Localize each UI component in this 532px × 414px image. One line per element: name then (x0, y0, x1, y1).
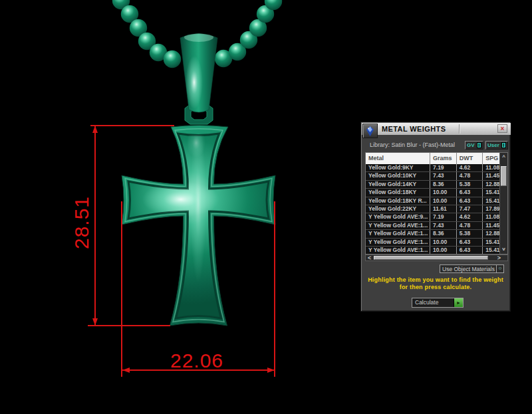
column-header-spg: SPG (483, 153, 499, 164)
column-header-metal: Metal (366, 153, 430, 164)
metal-weights-table: Metal Grams DWT SPG Yellow Gold:9KY7.194… (365, 152, 508, 255)
width-dimension-label: 22.06 (170, 350, 223, 372)
application-window: 28.51 22.06 METAL WEIGHTS × Library: Sat… (0, 0, 532, 414)
cell-dwt: 6.43 (457, 247, 483, 254)
instruction-text-line1: Highlight the item you want to find the … (361, 276, 510, 283)
titlebar-divider (459, 124, 460, 134)
cell-metal: Y Yellow Gold AVE:9... (366, 213, 430, 221)
height-dimension-label: 28.51 (70, 196, 93, 249)
instruction-text-line2: for then press calculate. (361, 284, 510, 290)
table-row[interactable]: Y Yellow Gold AVE:1...7.434.7811.45 (366, 222, 499, 230)
column-header-dwt: DWT (457, 153, 483, 164)
table-row[interactable]: Yellow Gold:10KY7.434.7811.45 (366, 172, 499, 180)
cell-metal: Yellow Gold:18KY R... (366, 197, 430, 205)
material-source-dropdown[interactable]: Use Object Materials ○ (440, 264, 504, 273)
table-row[interactable]: Yellow Gold:18KY R...10.006.4315.41 (366, 197, 499, 205)
cell-grams: 7.19 (430, 213, 457, 221)
cell-spg: 15.41 (483, 247, 499, 254)
bail-cone (180, 33, 217, 112)
table-header: Metal Grams DWT SPG (366, 153, 499, 164)
horizontal-scrollbar-thumb[interactable] (374, 256, 488, 260)
scroll-left-icon[interactable]: < (368, 255, 371, 260)
user-indicator: I (501, 142, 506, 148)
table-row[interactable]: Y Yellow Gold AVE:1...10.006.4315.41 (366, 239, 499, 247)
cell-spg: 12.88 (483, 230, 499, 237)
cross-pendant (122, 123, 275, 326)
vertical-scrollbar[interactable]: ^ v (499, 153, 507, 254)
cell-grams: 10.00 (430, 247, 457, 254)
cell-metal: Y Yellow Gold AVE:1... (366, 230, 430, 237)
calculate-play-icon[interactable]: ► (454, 298, 463, 307)
cell-grams: 8.36 (430, 181, 457, 188)
dialog-titlebar[interactable]: METAL WEIGHTS (362, 123, 511, 135)
cell-grams: 8.36 (430, 230, 457, 237)
dimension-line-vertical (94, 126, 96, 326)
table-row[interactable]: Yellow Gold:18KY10.006.4315.41 (366, 189, 499, 197)
cell-dwt: 4.78 (457, 172, 483, 179)
table-row[interactable]: Yellow Gold:9KY7.194.6211.08 (366, 164, 499, 172)
column-header-grams: Grams (430, 153, 457, 164)
table-body: Yellow Gold:9KY7.194.6211.08Yellow Gold:… (366, 164, 499, 254)
table-row[interactable]: Yellow Gold:22KY11.617.4717.89 (366, 205, 499, 213)
gv-button-label: GV (467, 142, 475, 148)
cell-grams: 11.61 (430, 205, 457, 213)
dialog-title: METAL WEIGHTS (382, 125, 446, 133)
dimension-arrow-right (267, 367, 275, 373)
cell-spg: 11.08 (483, 164, 499, 171)
table-row[interactable]: Y Yellow Gold AVE:9...7.194.6211.08 (366, 213, 499, 221)
cell-spg: 15.41 (483, 239, 499, 246)
scroll-up-icon[interactable]: ^ (500, 154, 507, 161)
gv-button[interactable]: GV I (465, 141, 483, 150)
cell-spg: 17.89 (483, 205, 499, 213)
table-row[interactable]: Y Yellow Gold AVE:1...10.006.4315.41 (366, 247, 499, 254)
app-logo-button[interactable] (362, 124, 378, 138)
scroll-right-icon[interactable]: > (497, 255, 501, 260)
cell-metal: Yellow Gold:14KY (366, 181, 430, 188)
cell-metal: Y Yellow Gold AVE:1... (366, 239, 430, 246)
cell-dwt: 6.43 (457, 197, 483, 205)
cell-grams: 7.43 (430, 222, 457, 229)
calculate-control: Calculate ► (412, 298, 464, 308)
cell-metal: Yellow Gold:9KY (366, 164, 430, 171)
dropdown-value: Use Object Materials (440, 266, 496, 272)
cell-grams: 10.00 (430, 239, 457, 246)
cell-dwt: 5.38 (457, 181, 483, 188)
cell-metal: Y Yellow Gold AVE:1... (366, 222, 430, 229)
extension-line-left (121, 201, 122, 377)
horizontal-scrollbar[interactable]: < > (365, 255, 508, 261)
cell-spg: 11.08 (483, 213, 499, 221)
extension-line-top (90, 125, 174, 126)
dimension-arrow-down (92, 318, 98, 326)
library-label: Library: Satin Blur - (Fast)-Metal (370, 142, 455, 148)
cell-metal: Yellow Gold:22KY (366, 205, 430, 213)
table-row[interactable]: Y Yellow Gold AVE:1...8.365.3812.88 (366, 230, 499, 238)
extension-line-bottom (88, 325, 170, 326)
dimension-arrow-left (122, 367, 130, 373)
cell-metal: Yellow Gold:18KY (366, 189, 430, 196)
cell-dwt: 6.43 (457, 189, 483, 196)
cell-spg: 11.45 (483, 222, 499, 229)
cell-metal: Y Yellow Gold AVE:1... (366, 247, 430, 254)
cell-spg: 15.41 (483, 197, 499, 205)
cell-dwt: 7.47 (457, 205, 483, 213)
dropdown-marker-icon[interactable]: ○ (496, 265, 503, 272)
cell-grams: 7.43 (430, 172, 457, 179)
user-button[interactable]: User I (485, 141, 508, 150)
calculate-button[interactable]: Calculate (412, 298, 454, 307)
scroll-down-icon[interactable]: v (500, 246, 507, 253)
cell-dwt: 4.78 (457, 222, 483, 229)
dimension-arrow-up (92, 126, 98, 133)
cell-dwt: 4.62 (457, 213, 483, 221)
extension-line-right (274, 201, 275, 377)
cell-grams: 7.19 (430, 164, 457, 171)
close-button[interactable]: × (497, 124, 507, 133)
cell-metal: Yellow Gold:10KY (366, 172, 430, 179)
cell-spg: 15.41 (483, 189, 499, 196)
vertical-scrollbar-thumb[interactable] (501, 166, 507, 186)
chain-bead (164, 51, 181, 68)
gem-logo-icon (364, 126, 376, 137)
table-row[interactable]: Yellow Gold:14KY8.365.3812.88 (366, 181, 499, 189)
cell-dwt: 6.43 (457, 239, 483, 246)
cell-dwt: 4.62 (457, 164, 483, 171)
cell-spg: 11.45 (483, 172, 499, 179)
